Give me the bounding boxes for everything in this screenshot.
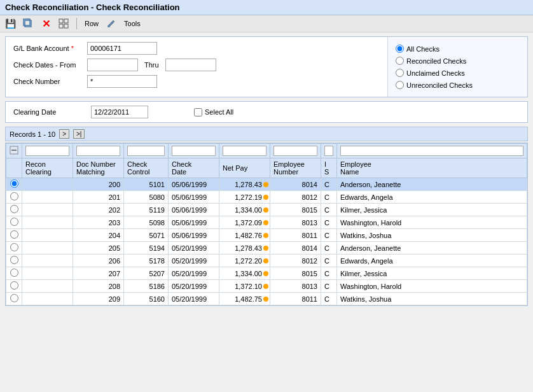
cell-is: C — [321, 191, 337, 204]
th-netpay: Net Pay — [219, 158, 270, 178]
radio-unclaimed-checks[interactable]: Unclaimed Checks — [396, 69, 520, 77]
cell-recon — [22, 255, 73, 267]
orange-dot-icon — [263, 182, 268, 187]
svg-rect-5 — [64, 24, 68, 28]
cell-checkdate: 05/20/1999 — [169, 255, 219, 267]
cell-checkdate: 05/06/1999 — [169, 229, 219, 242]
table-row[interactable]: 207520705/20/19991,334.008015CKilmer, Je… — [6, 267, 527, 280]
radio-reconciled-checks[interactable]: Reconciled Checks — [396, 57, 520, 65]
table-row[interactable]: 208518605/20/19991,372.108013CWashington… — [6, 280, 527, 293]
required-marker: * — [71, 45, 74, 52]
orange-dot-icon — [263, 284, 268, 289]
table-row[interactable]: 209516005/20/19991,482.758011CWatkins, J… — [6, 293, 527, 305]
cell-checkdate: 05/06/1999 — [169, 216, 219, 229]
filter-empname[interactable] — [340, 146, 523, 156]
cell-is: C — [321, 293, 337, 305]
check-dates-row: Check Dates - From Thru — [13, 59, 380, 71]
cell-radio[interactable] — [6, 280, 22, 293]
table-row[interactable]: 204507105/06/19991,482.768011CWatkins, J… — [6, 229, 527, 242]
separator-1 — [76, 18, 77, 29]
row-menu[interactable]: Row — [83, 20, 100, 27]
cell-radio[interactable] — [6, 204, 22, 216]
tools-icon[interactable] — [105, 17, 118, 30]
data-table-wrapper: ReconClearing Doc NumberMatching CheckCo… — [5, 143, 528, 306]
cell-radio[interactable] — [6, 242, 22, 255]
tools-menu[interactable]: Tools — [123, 20, 142, 27]
cell-empname: Watkins, Joshua — [337, 293, 527, 305]
select-all-checkbox[interactable] — [194, 108, 202, 116]
cell-empname: Anderson, Jeanette — [337, 242, 527, 255]
cell-checkctrl: 5194 — [124, 242, 169, 255]
gl-bank-account-input[interactable] — [87, 42, 157, 55]
cell-radio[interactable] — [6, 293, 22, 305]
cell-netpay: 1,334.00 — [219, 267, 270, 280]
cell-radio[interactable] — [6, 267, 22, 280]
save-icon[interactable]: 💾 — [4, 17, 17, 30]
cell-empnum: 8015 — [270, 267, 321, 280]
check-dates-from-input[interactable] — [87, 59, 138, 71]
cell-checkctrl: 5178 — [124, 255, 169, 267]
svg-rect-6 — [107, 25, 110, 27]
cell-radio[interactable] — [6, 178, 22, 191]
table-row[interactable]: 202511905/06/19991,334.008015CKilmer, Je… — [6, 204, 527, 216]
cell-is: C — [321, 204, 337, 216]
cell-checkctrl: 5119 — [124, 204, 169, 216]
cell-checkdate: 05/06/1999 — [169, 178, 219, 191]
orange-dot-icon — [263, 246, 268, 251]
filter-netpay[interactable] — [223, 146, 266, 156]
cell-radio[interactable] — [6, 255, 22, 267]
filter-checkctrl[interactable] — [127, 146, 165, 156]
check-number-input[interactable] — [87, 75, 157, 88]
cell-recon — [22, 293, 73, 305]
filter-checkdate[interactable] — [172, 146, 216, 156]
cell-radio[interactable] — [6, 229, 22, 242]
radio-unreconciled-checks[interactable]: Unreconciled Checks — [396, 81, 520, 89]
cell-recon — [22, 216, 73, 229]
radio-panel: All Checks Reconciled Checks Unclaimed C… — [387, 37, 527, 97]
cell-docnum: 209 — [73, 293, 124, 305]
cell-docnum: 205 — [73, 242, 124, 255]
cell-checkctrl: 5071 — [124, 229, 169, 242]
grid-icon[interactable] — [57, 17, 70, 30]
delete-icon[interactable]: ✕ — [39, 17, 52, 30]
cell-empnum: 8014 — [270, 178, 321, 191]
table-row[interactable]: 206517805/20/19991,272.208012CEdwards, A… — [6, 255, 527, 267]
table-body: 200510105/06/19991,278.438014CAnderson, … — [6, 178, 527, 305]
cell-docnum: 208 — [73, 280, 124, 293]
cell-netpay: 1,278.43 — [219, 242, 270, 255]
cell-radio[interactable] — [6, 191, 22, 204]
cell-empnum: 8013 — [270, 280, 321, 293]
next-page-btn[interactable]: > — [59, 129, 69, 139]
last-page-btn[interactable]: >| — [73, 129, 85, 139]
orange-dot-icon — [263, 233, 268, 238]
check-number-row: Check Number — [13, 75, 380, 88]
copy-icon[interactable] — [22, 17, 34, 30]
title-text: Check Reconciliation - Check Reconciliat… — [5, 3, 180, 12]
cell-radio[interactable] — [6, 216, 22, 229]
cell-empname: Kilmer, Jessica — [337, 267, 527, 280]
radio-all-checks[interactable]: All Checks — [396, 45, 520, 53]
orange-dot-icon — [263, 297, 268, 302]
clearing-date-input[interactable] — [91, 106, 148, 118]
check-dates-thru-input[interactable] — [165, 59, 216, 71]
cell-empnum: 8012 — [270, 191, 321, 204]
filter-recon[interactable] — [25, 146, 69, 156]
table-row[interactable]: 203509805/06/19991,372.098013CWashington… — [6, 216, 527, 229]
clearing-date-label: Clearing Date — [13, 108, 83, 116]
radio-reconciled-label: Reconciled Checks — [406, 57, 466, 65]
cell-checkctrl: 5207 — [124, 267, 169, 280]
cell-recon — [22, 280, 73, 293]
table-row[interactable]: 201508005/06/19991,272.198012CEdwards, A… — [6, 191, 527, 204]
filter-empnum[interactable] — [273, 146, 317, 156]
records-bar: Records 1 - 10 > >| — [5, 127, 528, 141]
table-row[interactable]: 205519405/20/19991,278.438014CAnderson, … — [6, 242, 527, 255]
cell-recon — [22, 191, 73, 204]
th-checkdate: CheckDate — [169, 158, 219, 178]
records-text: Records 1 - 10 — [10, 130, 55, 138]
cell-checkctrl: 5186 — [124, 280, 169, 293]
filter-is[interactable] — [324, 146, 333, 156]
thru-label: Thru — [144, 61, 159, 69]
svg-rect-4 — [59, 24, 63, 28]
filter-docnum[interactable] — [76, 146, 120, 156]
table-row[interactable]: 200510105/06/19991,278.438014CAnderson, … — [6, 178, 527, 191]
